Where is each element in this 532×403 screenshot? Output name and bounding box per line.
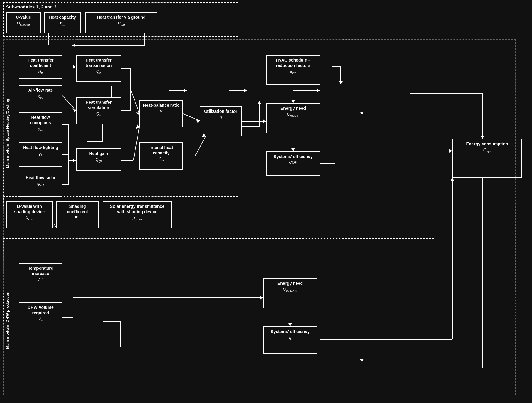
diagram-container: Sub-modules 1, 2 and 3 U-value Ubridged … — [0, 0, 532, 403]
heat-capacity-top-formula: κ′m — [47, 21, 78, 26]
submodules-123-label: Sub-modules 1, 2 and 3 — [6, 4, 57, 9]
u-value-formula: Ubridged — [9, 21, 38, 26]
heat-capacity-top-box: Heat capacity κ′m — [44, 12, 81, 33]
heat-transfer-ground-formula: Htr,g — [88, 21, 154, 26]
heat-capacity-top-title: Heat capacity — [47, 14, 78, 20]
outer-section — [3, 39, 516, 395]
u-value-box: U-value Ubridged — [6, 12, 41, 33]
u-value-title: U-value — [9, 14, 38, 20]
submodules-123-section: Sub-modules 1, 2 and 3 U-value Ubridged … — [3, 2, 238, 37]
heat-transfer-ground-title: Heat transfer via ground — [88, 14, 154, 20]
heat-transfer-ground-box: Heat transfer via ground Htr,g — [85, 12, 157, 33]
